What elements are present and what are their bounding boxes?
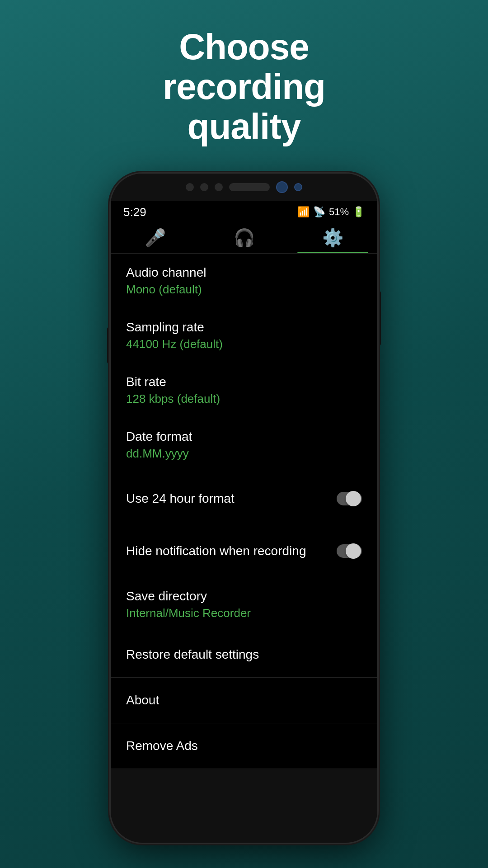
wifi-icon: 📶 [297, 206, 310, 218]
status-time: 5:29 [123, 205, 146, 219]
tab-headphone[interactable]: 🎧 [200, 228, 289, 253]
toggle-hide-notification[interactable] [337, 538, 362, 564]
audio-channel-label: Audio channel [126, 265, 362, 280]
tab-bar: 🎤 🎧 ⚙️ [111, 223, 377, 254]
hide-notification-label: Hide notification when recording [126, 544, 306, 558]
battery-icon: 🔋 [352, 206, 365, 218]
battery-indicator: 51% [329, 206, 349, 218]
audio-channel-value: Mono (default) [126, 283, 362, 297]
tab-settings[interactable]: ⚙️ [288, 228, 377, 253]
remove-ads-label: Remove Ads [126, 739, 362, 753]
signal-icon: 📡 [313, 206, 325, 218]
setting-audio-channel[interactable]: Audio channel Mono (default) [111, 254, 377, 308]
remove-ads-item[interactable]: Remove Ads [111, 723, 377, 769]
status-icons: 📶 📡 51% 🔋 [297, 206, 365, 218]
setting-24-hour[interactable]: Use 24 hour format [111, 472, 377, 525]
setting-date-format[interactable]: Date format dd.MM.yyyy [111, 418, 377, 472]
headphone-icon: 🎧 [234, 228, 255, 248]
restore-defaults-item[interactable]: Restore default settings [111, 632, 377, 678]
sampling-rate-value: 44100 Hz (default) [126, 337, 362, 351]
setting-bit-rate[interactable]: Bit rate 128 kbps (default) [111, 363, 377, 418]
bit-rate-label: Bit rate [126, 375, 362, 389]
about-label: About [126, 693, 362, 708]
date-format-label: Date format [126, 429, 362, 444]
settings-list: Audio channel Mono (default) Sampling ra… [111, 254, 377, 769]
save-directory-label: Save directory [126, 589, 362, 604]
save-directory-value: Internal/Music Recorder [126, 606, 362, 620]
headline: Choose recording quality [163, 27, 325, 146]
microphone-icon: 🎤 [145, 228, 166, 248]
phone-mockup: 5:29 📶 📡 51% 🔋 🎤 🎧 ⚙️ Audio [111, 174, 377, 843]
setting-sampling-rate[interactable]: Sampling rate 44100 Hz (default) [111, 308, 377, 363]
bit-rate-value: 128 kbps (default) [126, 392, 362, 406]
date-format-value: dd.MM.yyyy [126, 447, 362, 461]
toggle-hide-notification-thumb [346, 543, 361, 559]
about-item[interactable]: About [111, 678, 377, 723]
status-bar: 5:29 📶 📡 51% 🔋 [111, 201, 377, 223]
restore-defaults-label: Restore default settings [126, 647, 362, 662]
setting-save-directory[interactable]: Save directory Internal/Music Recorder [111, 577, 377, 632]
settings-icon: ⚙️ [322, 228, 343, 248]
setting-hide-notification[interactable]: Hide notification when recording [111, 525, 377, 577]
toggle-24-hour-thumb [346, 491, 361, 506]
toggle-24-hour[interactable] [337, 486, 362, 511]
phone-top-bar [111, 174, 377, 201]
24-hour-label: Use 24 hour format [126, 491, 235, 506]
sampling-rate-label: Sampling rate [126, 320, 362, 335]
tab-microphone[interactable]: 🎤 [111, 228, 200, 253]
